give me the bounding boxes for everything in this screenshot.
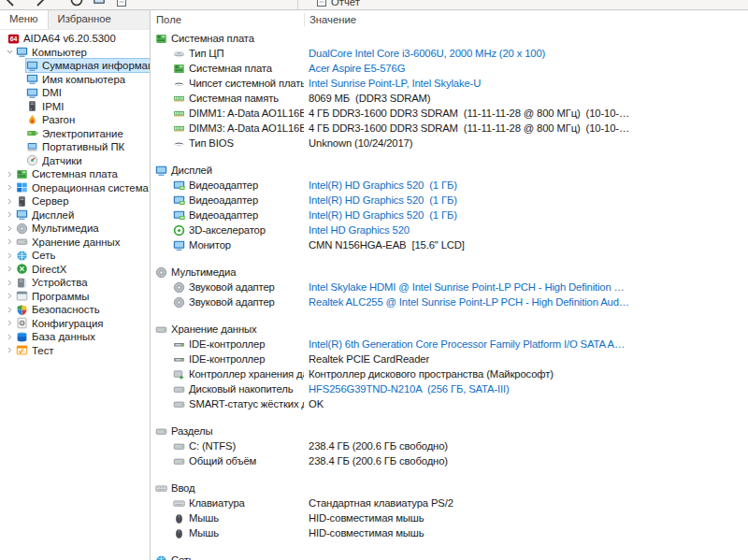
- tree-item-15[interactable]: Хранение данных: [0, 236, 150, 250]
- tree-item-root[interactable]: 64AIDA64 v6.20.5300: [0, 32, 150, 46]
- report-row[interactable]: Контроллер хранения данн…Контроллер диск…: [151, 366, 748, 381]
- report-row[interactable]: Дисковый накопительHFS256G39TND-N210A (2…: [151, 381, 748, 396]
- chevron-down-icon[interactable]: [4, 48, 16, 56]
- field-value[interactable]: Intel Sunrise Point-LP, Intel Skylake-U: [304, 78, 748, 89]
- report-row[interactable]: Системная память8069 МБ (DDR3 SDRAM): [151, 91, 748, 106]
- report-row[interactable]: Звуковой адаптерIntel Skylake HDMI @ Int…: [151, 280, 748, 294]
- back-icon[interactable]: [4, 0, 19, 7]
- tree-item-5[interactable]: IPMI: [0, 100, 150, 114]
- column-header-field: Поле: [151, 14, 304, 25]
- tree-item-19[interactable]: Программы: [0, 290, 150, 304]
- tree-item-20[interactable]: Безопасность: [0, 303, 150, 317]
- chevron-right-icon[interactable]: [4, 292, 16, 300]
- forward-icon[interactable]: [32, 0, 47, 7]
- section-title: Системная плата: [171, 33, 254, 44]
- report-row[interactable]: Тип ЦПDualCore Intel Core i3-6006U, 2000…: [151, 46, 748, 61]
- cpu-icon: [173, 48, 185, 60]
- field-value[interactable]: Intel(R) 6th Generation Core Processor F…: [304, 338, 748, 350]
- tree-item-3[interactable]: Имя компьютера: [0, 73, 150, 87]
- tree-item-1[interactable]: Компьютер: [0, 46, 150, 60]
- tree-item-7[interactable]: Электропитание: [0, 127, 150, 141]
- tree-item-14[interactable]: Мультимедиа: [0, 222, 150, 236]
- field-label: IDE-контроллер: [189, 353, 265, 365]
- report-monitor-icon[interactable]: [92, 0, 107, 7]
- aida64-logo: 64: [7, 33, 20, 45]
- chevron-right-icon[interactable]: [4, 210, 16, 219]
- tree-item-21[interactable]: Конфигурация: [0, 317, 150, 331]
- refresh-icon[interactable]: [69, 0, 84, 7]
- field-value[interactable]: Intel Skylake HDMI @ Intel Sunrise Point…: [304, 281, 748, 293]
- report-button-label[interactable]: Отчет: [331, 0, 360, 7]
- chevron-right-icon[interactable]: [4, 170, 16, 179]
- tree-item-11[interactable]: Операционная система: [0, 181, 150, 195]
- field-value[interactable]: HFS256G39TND-N210A (256 ГБ, SATA-III): [304, 383, 748, 395]
- tab-favorites[interactable]: Избранное: [49, 10, 121, 29]
- flame-icon: [26, 114, 38, 126]
- tree-item-8[interactable]: Портативный ПК: [0, 140, 150, 154]
- drive-icon: [173, 440, 185, 452]
- tab-menu[interactable]: Меню: [0, 10, 49, 29]
- tree-item-10[interactable]: Системная плата: [0, 167, 150, 181]
- toolbar: Отчет: [0, 0, 748, 10]
- field-value[interactable]: Acer Aspire E5-576G: [304, 63, 748, 74]
- field-value[interactable]: Intel(R) HD Graphics 520 (1 ГБ): [304, 179, 748, 191]
- chevron-right-icon[interactable]: [4, 183, 16, 192]
- report-row[interactable]: Звуковой адаптерRealtek ALC255 @ Intel S…: [151, 294, 748, 309]
- chevron-right-icon[interactable]: [4, 319, 16, 327]
- chevron-right-icon[interactable]: [4, 251, 16, 260]
- chevron-right-icon[interactable]: [4, 306, 16, 314]
- tree-item-17[interactable]: DirectX: [0, 263, 150, 277]
- tree-item-22[interactable]: База данных: [0, 330, 150, 344]
- column-header-value: Значение: [304, 13, 748, 26]
- report-row[interactable]: Системная платаAcer Aspire E5-576G: [151, 61, 748, 76]
- report-row[interactable]: КлавиатураСтандартная клавиатура PS/2: [151, 495, 748, 510]
- report-row[interactable]: IDE-контроллерIntel(R) 6th Generation Co…: [151, 337, 748, 352]
- sidebar-tabs: Меню Избранное: [0, 10, 150, 30]
- tree-item-13[interactable]: Дисплей: [0, 208, 150, 223]
- report-row[interactable]: МышьHID-совместимая мышь: [151, 525, 748, 540]
- video-icon: [173, 179, 185, 192]
- tree-item-9[interactable]: Датчики: [0, 154, 150, 168]
- chevron-right-icon[interactable]: [4, 224, 16, 233]
- field-value[interactable]: Realtek ALC255 @ Intel Sunrise Point-LP …: [304, 296, 748, 308]
- tree-item-6[interactable]: Разгон: [0, 113, 150, 127]
- report-row[interactable]: SMART-статус жёстких диск…OK: [151, 396, 748, 411]
- report-row[interactable]: IDE-контроллерRealtek PCIE CardReader: [151, 352, 748, 366]
- chevron-right-icon[interactable]: [4, 346, 16, 354]
- report-row[interactable]: C: (NTFS)238.4 ГБ (200.6 ГБ свободно): [151, 438, 748, 453]
- field-value[interactable]: Intel(R) HD Graphics 520 (1 ГБ): [304, 194, 748, 206]
- chevron-right-icon[interactable]: [4, 197, 16, 206]
- tree-item-18[interactable]: Устройства: [0, 276, 150, 290]
- chevron-right-icon[interactable]: [4, 279, 16, 287]
- field-label: Чипсет системной платы: [189, 78, 304, 89]
- tree-item-16[interactable]: Сеть: [0, 249, 150, 263]
- report-row[interactable]: ВидеоадаптерIntel(R) HD Graphics 520 (1 …: [151, 178, 748, 193]
- report-row[interactable]: Чипсет системной платыIntel Sunrise Poin…: [151, 76, 748, 91]
- field-value[interactable]: DualCore Intel Core i3-6006U, 2000 MHz (…: [304, 48, 748, 59]
- report-wizard-icon[interactable]: [114, 0, 129, 7]
- report-row[interactable]: ВидеоадаптерIntel(R) HD Graphics 520 (1 …: [151, 193, 748, 208]
- chevron-right-icon[interactable]: [4, 333, 16, 341]
- report-row[interactable]: 3D-акселераторIntel HD Graphics 520: [151, 223, 748, 237]
- tree-item-4[interactable]: DMI: [0, 86, 150, 100]
- tree-item-23[interactable]: Тест: [0, 344, 150, 358]
- field-value[interactable]: Intel HD Graphics 520: [304, 224, 748, 236]
- report-row[interactable]: DIMM3: A-Data AO1L16BC4…4 ГБ DDR3-1600 D…: [151, 121, 748, 136]
- tree-item-2[interactable]: Суммарная информация: [0, 59, 150, 73]
- report-row[interactable]: МониторCMN N156HGA-EAB [15.6" LCD]: [151, 237, 748, 252]
- tree-item-12[interactable]: Сервер: [0, 194, 150, 208]
- section-title: Мультимедиа: [171, 266, 236, 278]
- report-row[interactable]: МышьHID-совместимая мышь: [151, 510, 748, 525]
- report-row[interactable]: ВидеоадаптерIntel(R) HD Graphics 520 (1 …: [151, 208, 748, 223]
- report-row[interactable]: DIMM1: A-Data AO1L16BC4…4 ГБ DDR3-1600 D…: [151, 106, 748, 121]
- tree-item-label: Суммарная информация: [42, 60, 150, 71]
- field-value[interactable]: Intel(R) HD Graphics 520 (1 ГБ): [304, 209, 748, 221]
- section-header: Ввод: [151, 481, 748, 495]
- report-row[interactable]: Тип BIOSUnknown (10/24/2017): [151, 136, 748, 151]
- report-page-icon[interactable]: [314, 0, 329, 7]
- field-label: Системная плата: [189, 63, 272, 74]
- tree-item-label: Конфигурация: [32, 318, 103, 329]
- report-row[interactable]: Общий объём238.4 ГБ (200.6 ГБ свободно): [151, 453, 748, 468]
- chevron-right-icon[interactable]: [4, 237, 16, 246]
- chevron-right-icon[interactable]: [4, 265, 16, 273]
